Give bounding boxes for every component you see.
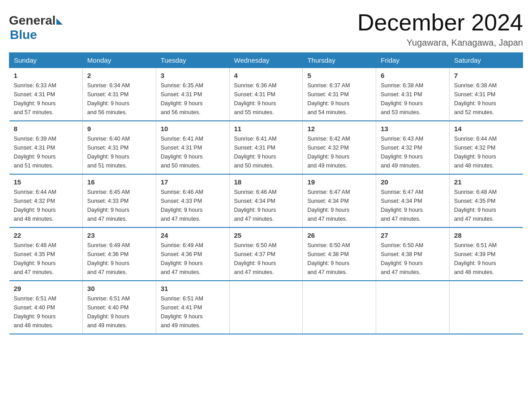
day-number: 5: [307, 72, 371, 79]
day-info: Sunrise: 6:49 AM Sunset: 4:36 PM Dayligh…: [87, 241, 151, 277]
calendar-day-cell: 30 Sunrise: 6:51 AM Sunset: 4:40 PM Dayl…: [82, 281, 156, 334]
day-number: 1: [14, 72, 78, 79]
day-number: 27: [381, 231, 445, 239]
day-number: 18: [234, 178, 298, 186]
day-info: Sunrise: 6:47 AM Sunset: 4:34 PM Dayligh…: [381, 188, 445, 223]
calendar-week-row: 22 Sunrise: 6:48 AM Sunset: 4:35 PM Dayl…: [9, 227, 523, 281]
day-info: Sunrise: 6:39 AM Sunset: 4:31 PM Dayligh…: [14, 134, 78, 170]
day-number: 24: [161, 231, 225, 239]
day-number: 2: [87, 72, 151, 79]
calendar-day-cell: 1 Sunrise: 6:33 AM Sunset: 4:31 PM Dayli…: [9, 68, 83, 121]
day-info: Sunrise: 6:42 AM Sunset: 4:32 PM Dayligh…: [307, 134, 371, 170]
calendar-day-cell: 29 Sunrise: 6:51 AM Sunset: 4:40 PM Dayl…: [9, 281, 83, 334]
day-number: 6: [381, 72, 445, 79]
day-number: 20: [381, 178, 445, 186]
day-info: Sunrise: 6:51 AM Sunset: 4:40 PM Dayligh…: [14, 294, 78, 330]
calendar-day-cell: 4 Sunrise: 6:36 AM Sunset: 4:31 PM Dayli…: [229, 68, 303, 121]
calendar-day-cell: 28 Sunrise: 6:51 AM Sunset: 4:39 PM Dayl…: [450, 227, 523, 281]
day-info: Sunrise: 6:34 AM Sunset: 4:31 PM Dayligh…: [87, 81, 151, 117]
calendar-day-cell: 10 Sunrise: 6:41 AM Sunset: 4:31 PM Dayl…: [156, 121, 229, 174]
day-number: 9: [87, 125, 151, 133]
calendar-header-row: SundayMondayTuesdayWednesdayThursdayFrid…: [9, 53, 523, 68]
day-info: Sunrise: 6:38 AM Sunset: 4:31 PM Dayligh…: [454, 81, 518, 117]
day-of-week-header: Saturday: [450, 53, 523, 68]
calendar-day-cell: 14 Sunrise: 6:44 AM Sunset: 4:32 PM Dayl…: [450, 121, 523, 174]
day-info: Sunrise: 6:40 AM Sunset: 4:31 PM Dayligh…: [87, 134, 151, 170]
day-info: Sunrise: 6:48 AM Sunset: 4:35 PM Dayligh…: [14, 241, 78, 277]
calendar-day-cell: 2 Sunrise: 6:34 AM Sunset: 4:31 PM Dayli…: [82, 68, 156, 121]
calendar-day-cell: 20 Sunrise: 6:47 AM Sunset: 4:34 PM Dayl…: [376, 174, 450, 227]
calendar-day-cell: [450, 281, 523, 334]
calendar-day-cell: 17 Sunrise: 6:46 AM Sunset: 4:33 PM Dayl…: [156, 174, 229, 227]
calendar-table: SundayMondayTuesdayWednesdayThursdayFrid…: [9, 52, 523, 334]
day-info: Sunrise: 6:33 AM Sunset: 4:31 PM Dayligh…: [14, 81, 78, 117]
day-info: Sunrise: 6:41 AM Sunset: 4:31 PM Dayligh…: [234, 134, 298, 170]
day-info: Sunrise: 6:45 AM Sunset: 4:33 PM Dayligh…: [87, 188, 151, 223]
day-info: Sunrise: 6:48 AM Sunset: 4:35 PM Dayligh…: [454, 188, 518, 223]
day-number: 4: [234, 72, 298, 79]
calendar-day-cell: [303, 281, 376, 334]
logo-arrow-icon: [56, 18, 63, 25]
calendar-week-row: 1 Sunrise: 6:33 AM Sunset: 4:31 PM Dayli…: [9, 68, 523, 121]
day-info: Sunrise: 6:43 AM Sunset: 4:32 PM Dayligh…: [381, 134, 445, 170]
day-info: Sunrise: 6:44 AM Sunset: 4:32 PM Dayligh…: [454, 134, 518, 170]
calendar-day-cell: 6 Sunrise: 6:38 AM Sunset: 4:31 PM Dayli…: [376, 68, 450, 121]
calendar-week-row: 8 Sunrise: 6:39 AM Sunset: 4:31 PM Dayli…: [9, 121, 523, 174]
day-number: 7: [454, 72, 518, 79]
month-title: December 2024: [357, 9, 523, 36]
logo-general-text: General: [9, 13, 56, 28]
day-info: Sunrise: 6:44 AM Sunset: 4:32 PM Dayligh…: [14, 188, 78, 223]
day-info: Sunrise: 6:46 AM Sunset: 4:34 PM Dayligh…: [234, 188, 298, 223]
day-number: 23: [87, 231, 151, 239]
calendar-day-cell: 11 Sunrise: 6:41 AM Sunset: 4:31 PM Dayl…: [229, 121, 303, 174]
calendar-day-cell: 24 Sunrise: 6:49 AM Sunset: 4:36 PM Dayl…: [156, 227, 229, 281]
day-info: Sunrise: 6:49 AM Sunset: 4:36 PM Dayligh…: [161, 241, 225, 277]
day-number: 12: [307, 125, 371, 133]
calendar-day-cell: 25 Sunrise: 6:50 AM Sunset: 4:37 PM Dayl…: [229, 227, 303, 281]
day-number: 17: [161, 178, 225, 186]
day-number: 22: [14, 231, 78, 239]
day-number: 29: [14, 285, 78, 292]
day-info: Sunrise: 6:51 AM Sunset: 4:39 PM Dayligh…: [454, 241, 518, 277]
calendar-day-cell: 27 Sunrise: 6:50 AM Sunset: 4:38 PM Dayl…: [376, 227, 450, 281]
day-number: 14: [454, 125, 518, 133]
day-info: Sunrise: 6:50 AM Sunset: 4:37 PM Dayligh…: [234, 241, 298, 277]
day-of-week-header: Sunday: [9, 53, 83, 68]
day-number: 3: [161, 72, 225, 79]
day-of-week-header: Tuesday: [156, 53, 229, 68]
day-number: 25: [234, 231, 298, 239]
day-info: Sunrise: 6:41 AM Sunset: 4:31 PM Dayligh…: [161, 134, 225, 170]
calendar-day-cell: 22 Sunrise: 6:48 AM Sunset: 4:35 PM Dayl…: [9, 227, 83, 281]
calendar-day-cell: [376, 281, 450, 334]
calendar-day-cell: 7 Sunrise: 6:38 AM Sunset: 4:31 PM Dayli…: [450, 68, 523, 121]
calendar-day-cell: 26 Sunrise: 6:50 AM Sunset: 4:38 PM Dayl…: [303, 227, 376, 281]
calendar-day-cell: [229, 281, 303, 334]
location-subtitle: Yugawara, Kanagawa, Japan: [357, 38, 523, 48]
day-of-week-header: Wednesday: [229, 53, 303, 68]
calendar-day-cell: 23 Sunrise: 6:49 AM Sunset: 4:36 PM Dayl…: [82, 227, 156, 281]
day-number: 16: [87, 178, 151, 186]
day-number: 30: [87, 285, 151, 292]
day-number: 28: [454, 231, 518, 239]
day-info: Sunrise: 6:37 AM Sunset: 4:31 PM Dayligh…: [307, 81, 371, 117]
calendar-day-cell: 21 Sunrise: 6:48 AM Sunset: 4:35 PM Dayl…: [450, 174, 523, 227]
calendar-day-cell: 12 Sunrise: 6:42 AM Sunset: 4:32 PM Dayl…: [303, 121, 376, 174]
logo: General Blue: [9, 9, 63, 42]
calendar-day-cell: 15 Sunrise: 6:44 AM Sunset: 4:32 PM Dayl…: [9, 174, 83, 227]
page-header: General Blue December 2024 Yugawara, Kan…: [9, 9, 523, 48]
day-number: 19: [307, 178, 371, 186]
day-number: 8: [14, 125, 78, 133]
calendar-day-cell: 31 Sunrise: 6:51 AM Sunset: 4:41 PM Dayl…: [156, 281, 229, 334]
calendar-day-cell: 5 Sunrise: 6:37 AM Sunset: 4:31 PM Dayli…: [303, 68, 376, 121]
calendar-day-cell: 3 Sunrise: 6:35 AM Sunset: 4:31 PM Dayli…: [156, 68, 229, 121]
day-number: 31: [161, 285, 225, 292]
day-of-week-header: Thursday: [303, 53, 376, 68]
day-info: Sunrise: 6:46 AM Sunset: 4:33 PM Dayligh…: [161, 188, 225, 223]
day-info: Sunrise: 6:50 AM Sunset: 4:38 PM Dayligh…: [381, 241, 445, 277]
day-of-week-header: Monday: [82, 53, 156, 68]
day-number: 13: [381, 125, 445, 133]
calendar-day-cell: 8 Sunrise: 6:39 AM Sunset: 4:31 PM Dayli…: [9, 121, 83, 174]
calendar-day-cell: 13 Sunrise: 6:43 AM Sunset: 4:32 PM Dayl…: [376, 121, 450, 174]
title-block: December 2024 Yugawara, Kanagawa, Japan: [357, 9, 523, 48]
calendar-week-row: 15 Sunrise: 6:44 AM Sunset: 4:32 PM Dayl…: [9, 174, 523, 227]
